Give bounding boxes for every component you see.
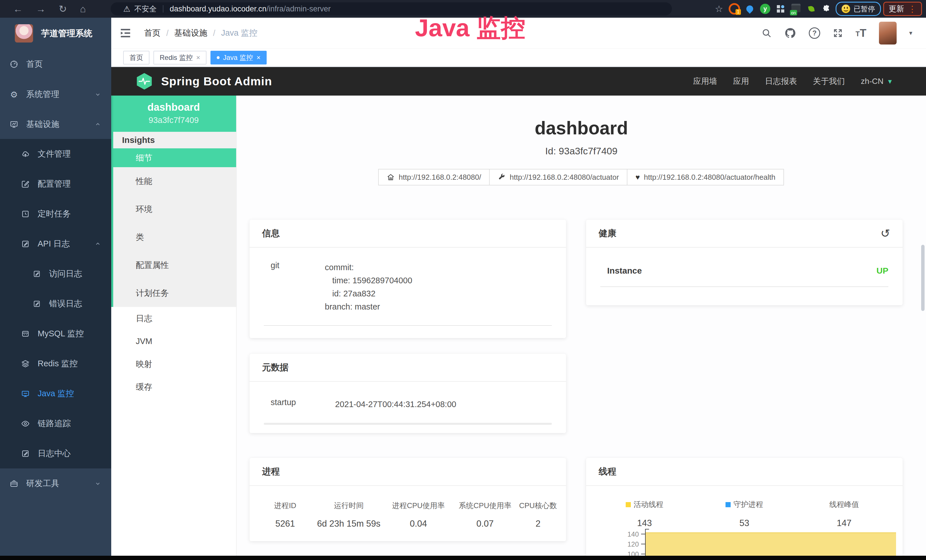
screenshot-root: ← → ↻ ⌂ ⚠ 不安全 dashboard.yudao.iocoder.cn…: [0, 0, 926, 560]
extension-grid-icon[interactable]: [774, 2, 787, 15]
address-bar[interactable]: ⚠ 不安全 dashboard.yudao.iocoder.cn /infra/…: [110, 2, 672, 15]
browser-forward-icon[interactable]: →: [36, 3, 45, 15]
sba-nav-journal[interactable]: 日志报表: [765, 76, 797, 87]
database-icon: [21, 330, 30, 338]
tab-home[interactable]: 首页: [123, 51, 150, 65]
sidebar-item-error-logs[interactable]: 错误日志: [0, 289, 111, 319]
axis-tick-mark: [641, 534, 645, 534]
sba-brand[interactable]: Spring Boot Admin: [161, 75, 272, 88]
url-host: dashboard.yudao.iocoder.cn: [170, 5, 266, 14]
sidebar-item-java-monitor[interactable]: Java 监控: [0, 378, 111, 409]
extension-puzzle-icon[interactable]: [820, 2, 833, 15]
sba-nav-about[interactable]: 关于我们: [813, 76, 845, 87]
font-size-icon[interactable]: TT: [856, 28, 866, 38]
bookmark-star-icon[interactable]: ☆: [713, 2, 726, 15]
sba-nav-applications[interactable]: 应用: [733, 76, 749, 87]
instance-id: 93a3fc7f7409: [111, 115, 236, 125]
user-avatar[interactable]: [879, 22, 897, 44]
y-tick-140: 140: [621, 530, 639, 538]
threads-values: 143 53 147: [586, 518, 903, 528]
breadcrumb-infrastructure[interactable]: 基础设施: [174, 27, 207, 39]
extension-y-icon[interactable]: y: [759, 2, 772, 15]
chevron-down-icon: [94, 91, 101, 98]
close-icon[interactable]: ×: [256, 54, 260, 62]
chevron-down-icon[interactable]: ▾: [888, 77, 892, 86]
gear-icon: ⚙: [9, 89, 19, 100]
metadata-key: startup: [271, 398, 335, 411]
cpu-cores: 2: [517, 519, 559, 529]
sidebar-item-infrastructure[interactable]: 基础设施: [0, 109, 111, 139]
github-icon[interactable]: [784, 27, 796, 39]
sba-instance-header[interactable]: dashboard 93a3fc7f7409: [111, 95, 236, 132]
page-scrollbar-thumb[interactable]: [921, 245, 924, 311]
browser-home-icon[interactable]: ⌂: [80, 3, 86, 15]
health-row-label[interactable]: Instance: [607, 266, 642, 275]
browser-back-icon[interactable]: ←: [13, 3, 23, 15]
extension-orange-icon[interactable]: 1: [728, 2, 741, 15]
sidebar-item-mysql-monitor[interactable]: MySQL 监控: [0, 319, 111, 349]
health-url-link[interactable]: ♥ http://192.168.0.2:48080/actuator/heal…: [627, 169, 784, 185]
sidebar-item-log-center[interactable]: 日志中心: [0, 439, 111, 468]
threads-legend: 活动线程 守护进程 线程峰值: [586, 499, 903, 510]
app-logo-row[interactable]: 芋道管理系统: [0, 18, 111, 49]
sba-locale-select[interactable]: zh-CN: [861, 77, 884, 86]
sidebar-item-tracing[interactable]: 链路追踪: [0, 409, 111, 439]
process-headers: 进程ID 运行时间 进程CPU使用率 系统CPU使用率 CPU核心数: [250, 501, 566, 511]
actuator-url-link[interactable]: http://192.168.0.2:48080/actuator: [489, 169, 627, 185]
app-logo: [15, 24, 33, 42]
tab-java-monitor[interactable]: Java 监控 ×: [210, 51, 267, 65]
paused-extension-badge[interactable]: 已暂停: [835, 2, 881, 16]
upload-cloud-icon: [21, 150, 30, 158]
wrench-icon: [498, 173, 505, 181]
sba-item-details[interactable]: 细节: [111, 148, 236, 167]
sba-item-config-props[interactable]: 配置属性: [111, 251, 236, 279]
sidebar-item-access-logs[interactable]: 访问日志: [0, 259, 111, 289]
sba-item-logs[interactable]: 日志: [111, 307, 236, 330]
extension-sprout-icon[interactable]: [805, 2, 818, 15]
extension-pin-icon[interactable]: [743, 2, 756, 15]
sidebar-item-file-mgmt[interactable]: 文件管理: [0, 139, 111, 169]
process-uptime: 6d 23h 15m 59s: [314, 519, 384, 529]
sba-nav-wallboard[interactable]: 应用墙: [693, 76, 717, 87]
axis-tick-mark: [641, 554, 645, 554]
sba-item-jvm[interactable]: JVM: [111, 330, 236, 353]
sba-item-scheduled-tasks[interactable]: 计划任务: [111, 279, 236, 307]
sba-item-mappings[interactable]: 映射: [111, 353, 236, 375]
sidebar-item-scheduled-jobs[interactable]: 定时任务: [0, 199, 111, 229]
sba-item-metrics[interactable]: 性能: [111, 167, 236, 195]
log-edit-icon: [32, 270, 42, 278]
sidebar-item-home[interactable]: 首页: [0, 49, 111, 79]
sidebar-item-config-mgmt[interactable]: 配置管理: [0, 169, 111, 199]
close-icon[interactable]: ×: [196, 54, 200, 62]
daemon-threads-value: 53: [694, 518, 794, 528]
extension-tabs-on-icon[interactable]: on: [790, 2, 802, 15]
browser-reload-icon[interactable]: ↻: [59, 3, 67, 15]
sidebar-item-redis-monitor[interactable]: Redis 监控: [0, 349, 111, 378]
sidebar-item-api-logs[interactable]: API 日志: [0, 229, 111, 259]
breadcrumb-home[interactable]: 首页: [144, 27, 160, 39]
sidebar-item-system-mgmt[interactable]: ⚙ 系统管理: [0, 79, 111, 109]
sba-item-caches[interactable]: 缓存: [111, 375, 236, 398]
collapse-sidebar-icon[interactable]: [120, 28, 131, 38]
health-history-icon[interactable]: ↺: [881, 227, 890, 240]
chevron-down-icon: [94, 480, 101, 487]
process-card-title: 进程: [262, 466, 280, 478]
layers-icon: [21, 359, 30, 368]
process-pid: 5261: [256, 519, 314, 529]
sba-item-classes[interactable]: 类: [111, 223, 236, 251]
service-url-link[interactable]: http://192.168.0.2:48080/: [378, 169, 490, 185]
sidebar-item-dev-tools[interactable]: 研发工具: [0, 468, 111, 498]
help-icon[interactable]: ?: [809, 27, 820, 39]
avatar-caret-icon[interactable]: ▾: [909, 29, 912, 37]
tab-redis-monitor[interactable]: Redis 监控 ×: [153, 51, 206, 65]
app-title: 芋道管理系统: [41, 28, 92, 39]
home-icon: [387, 173, 395, 181]
search-icon[interactable]: [761, 28, 772, 38]
browser-menu-dots-icon[interactable]: ⋮: [908, 4, 917, 14]
browser-update-button[interactable]: 更新 ⋮: [883, 2, 922, 16]
address-divider: [163, 5, 163, 12]
fullscreen-icon[interactable]: [833, 28, 843, 38]
peak-threads-value: 147: [794, 518, 894, 528]
divider: [264, 325, 552, 326]
sba-item-environment[interactable]: 环境: [111, 195, 236, 223]
